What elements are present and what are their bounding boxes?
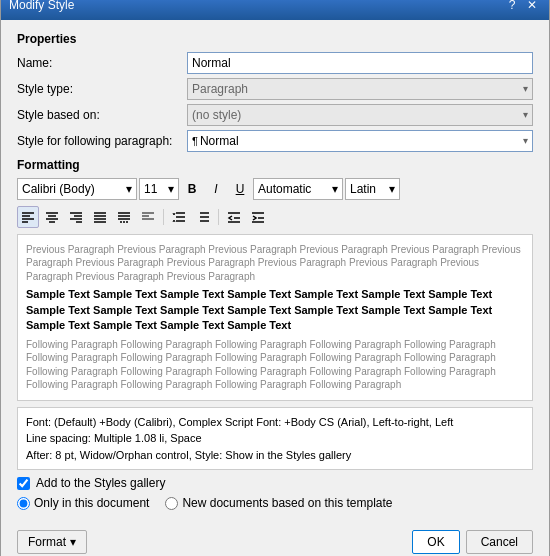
align-distribute-button[interactable] [113, 206, 135, 228]
color-select[interactable]: Automatic ▾ [253, 178, 343, 200]
font-size-select[interactable]: 11 ▾ [139, 178, 179, 200]
style-based-label: Style based on: [17, 108, 187, 122]
style-based-select[interactable]: (no style) ▾ [187, 104, 533, 126]
only-document-option: Only in this document [17, 496, 149, 510]
align-text-left-button[interactable] [137, 206, 159, 228]
new-documents-option: New documents based on this template [165, 496, 392, 510]
font-toolbar: Calibri (Body) ▾ 11 ▾ B I U Automatic ▾ … [17, 178, 533, 200]
style-based-value: (no style) [192, 108, 241, 122]
bold-button[interactable]: B [181, 178, 203, 200]
align-separator-1 [163, 209, 164, 225]
title-bar: Modify Style ? ✕ [1, 0, 549, 20]
line-spacing-button[interactable] [168, 206, 190, 228]
following-select[interactable]: ¶Normal ▾ [187, 130, 533, 152]
script-select[interactable]: Latin ▾ [345, 178, 400, 200]
title-controls: ? ✕ [503, 0, 541, 14]
font-select[interactable]: Calibri (Body) ▾ [17, 178, 137, 200]
properties-section: Properties Name: Style type: Paragraph ▾… [17, 32, 533, 152]
add-gallery-label: Add to the Styles gallery [36, 476, 165, 490]
script-arrow: ▾ [389, 182, 395, 196]
format-button[interactable]: Format ▾ [17, 530, 87, 554]
font-size: 11 [144, 182, 157, 196]
align-justify-button[interactable] [89, 206, 111, 228]
dialog-title: Modify Style [9, 0, 74, 12]
only-document-label: Only in this document [34, 496, 149, 510]
properties-label: Properties [17, 32, 533, 46]
name-row: Name: [17, 52, 533, 74]
para-icon: ¶ [192, 135, 198, 147]
decrease-indent-button[interactable] [223, 206, 245, 228]
modify-style-dialog: Modify Style ? ✕ Properties Name: Style … [0, 0, 550, 556]
font-arrow: ▾ [126, 182, 132, 196]
style-based-row: Style based on: (no style) ▾ [17, 104, 533, 126]
add-gallery-checkbox[interactable] [17, 477, 30, 490]
style-type-select[interactable]: Paragraph ▾ [187, 78, 533, 100]
close-button[interactable]: ✕ [523, 0, 541, 14]
dialog-footer: Format ▾ OK Cancel [1, 522, 549, 556]
scope-radio-row: Only in this document New documents base… [17, 496, 533, 510]
ok-button[interactable]: OK [412, 530, 459, 554]
alignment-toolbar [17, 206, 533, 228]
name-input[interactable] [187, 52, 533, 74]
format-label: Format [28, 535, 66, 549]
svg-point-19 [120, 221, 122, 223]
color-value: Automatic [258, 182, 311, 196]
preview-box: Previous Paragraph Previous Paragraph Pr… [17, 234, 533, 401]
gallery-checkbox-row: Add to the Styles gallery [17, 476, 533, 490]
preview-previous-text: Previous Paragraph Previous Paragraph Pr… [26, 243, 524, 284]
cancel-button[interactable]: Cancel [466, 530, 533, 554]
style-type-label: Style type: [17, 82, 187, 96]
description-text: Font: (Default) +Body (Calibri), Complex… [26, 416, 453, 461]
name-label: Name: [17, 56, 187, 70]
italic-button[interactable]: I [205, 178, 227, 200]
align-separator-2 [218, 209, 219, 225]
format-arrow: ▾ [70, 535, 76, 549]
formatting-section: Formatting Calibri (Body) ▾ 11 ▾ B I U A… [17, 158, 533, 228]
align-right-button[interactable] [65, 206, 87, 228]
formatting-label: Formatting [17, 158, 533, 172]
new-documents-radio[interactable] [165, 497, 178, 510]
size-arrow: ▾ [168, 182, 174, 196]
dialog-body: Properties Name: Style type: Paragraph ▾… [1, 20, 549, 522]
color-arrow: ▾ [332, 182, 338, 196]
increase-indent-button[interactable] [247, 206, 269, 228]
svg-point-20 [123, 221, 125, 223]
font-name: Calibri (Body) [22, 182, 95, 196]
style-type-value: Paragraph [192, 82, 248, 96]
underline-button[interactable]: U [229, 178, 251, 200]
help-button[interactable]: ? [503, 0, 521, 14]
following-arrow: ▾ [523, 135, 528, 146]
align-center-button[interactable] [41, 206, 63, 228]
align-left-button[interactable] [17, 206, 39, 228]
script-value: Latin [350, 182, 376, 196]
following-value: ¶Normal [192, 134, 239, 148]
paragraph-spacing-button[interactable] [192, 206, 214, 228]
description-box: Font: (Default) +Body (Calibri), Complex… [17, 407, 533, 471]
preview-sample-text: Sample Text Sample Text Sample Text Samp… [26, 287, 524, 333]
style-type-row: Style type: Paragraph ▾ [17, 78, 533, 100]
svg-point-21 [126, 221, 128, 223]
following-label: Style for following paragraph: [17, 134, 187, 148]
footer-left: Format ▾ [17, 530, 87, 554]
style-based-arrow: ▾ [523, 109, 528, 120]
new-documents-label: New documents based on this template [182, 496, 392, 510]
following-row: Style for following paragraph: ¶Normal ▾ [17, 130, 533, 152]
preview-following-text: Following Paragraph Following Paragraph … [26, 338, 524, 392]
style-type-arrow: ▾ [523, 83, 528, 94]
footer-right: OK Cancel [412, 530, 533, 554]
only-document-radio[interactable] [17, 497, 30, 510]
